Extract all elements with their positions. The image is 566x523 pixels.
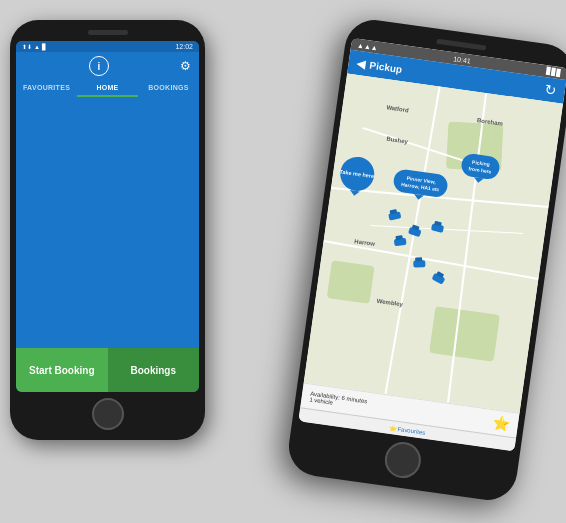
nav-tabs: FAVOURITES HOME BOOKINGS xyxy=(16,80,199,97)
refresh-icon[interactable]: ↻ xyxy=(544,81,558,99)
favourites-icon[interactable]: ⭐ xyxy=(492,414,511,432)
bookings-button[interactable]: Bookings xyxy=(108,348,200,392)
pickup-label: Pickingfrom here xyxy=(468,159,492,174)
map-area[interactable]: Watford Bushey Boreham Elstree Harrow We… xyxy=(304,74,563,413)
right-phone-screen: ▲▲▲ 10:41 ▊▊▊ ◀ Pickup ↻ xyxy=(298,38,566,452)
right-phone-speaker xyxy=(436,39,486,51)
phone-left: ⬆⬇ ▲ ▊ 12:02 i ⚙ FAVOURITES HOME BOOKING… xyxy=(10,20,205,440)
phone-right: ▲▲▲ 10:41 ▊▊▊ ◀ Pickup ↻ xyxy=(285,16,566,504)
main-content-left xyxy=(16,97,199,348)
take-me-here-label: Take me here xyxy=(339,168,374,179)
tab-home[interactable]: HOME xyxy=(77,84,138,97)
left-time: 12:02 xyxy=(175,43,193,50)
battery-icon: ▊ xyxy=(42,43,47,50)
left-status-bar: ⬆⬇ ▲ ▊ 12:02 xyxy=(16,41,199,52)
right-home-button[interactable] xyxy=(383,440,424,481)
tab-bookings[interactable]: BOOKINGS xyxy=(138,84,199,97)
right-status-icons: ▲▲▲ xyxy=(357,41,379,51)
availability-text: Availability: 6 minutes1 vehicle xyxy=(309,391,368,411)
signal-icon: ⬆⬇ xyxy=(22,43,32,50)
address-label: Pinner View,Harrow, HA1 etc xyxy=(401,175,440,192)
left-home-button[interactable] xyxy=(92,398,124,430)
taxi-3 xyxy=(394,238,407,246)
nav-favourites[interactable]: ⭐ Favourites xyxy=(388,424,425,436)
left-status-icons: ⬆⬇ ▲ ▊ xyxy=(22,43,47,50)
taxi-5 xyxy=(413,260,425,267)
left-top-bar: i ⚙ xyxy=(16,52,199,80)
park-3 xyxy=(429,306,500,361)
right-time: 10:41 xyxy=(453,55,471,64)
bottom-buttons: Start Booking Bookings xyxy=(16,348,199,392)
gear-icon[interactable]: ⚙ xyxy=(180,59,191,73)
start-booking-button[interactable]: Start Booking xyxy=(16,348,108,392)
tab-favourites[interactable]: FAVOURITES xyxy=(16,84,77,97)
left-phone-screen: ⬆⬇ ▲ ▊ 12:02 i ⚙ FAVOURITES HOME BOOKING… xyxy=(16,41,199,392)
right-battery: ▊▊▊ xyxy=(546,67,562,77)
scene: ⬆⬇ ▲ ▊ 12:02 i ⚙ FAVOURITES HOME BOOKING… xyxy=(0,0,566,523)
back-icon[interactable]: ◀ xyxy=(356,56,367,71)
favourites-nav-label: ⭐ Favourites xyxy=(388,425,425,436)
park-2 xyxy=(327,260,375,303)
wifi-icon: ▲ xyxy=(34,44,40,50)
info-icon[interactable]: i xyxy=(89,56,109,76)
left-phone-speaker xyxy=(88,30,128,35)
